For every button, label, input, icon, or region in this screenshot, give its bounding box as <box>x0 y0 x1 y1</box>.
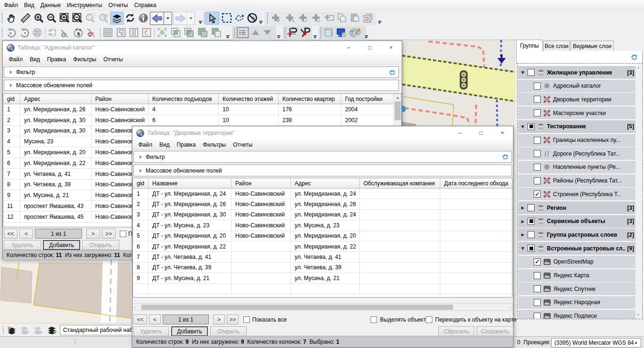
svg-text:xy: xy <box>317 19 321 23</box>
svg-text:x: x <box>9 31 12 35</box>
